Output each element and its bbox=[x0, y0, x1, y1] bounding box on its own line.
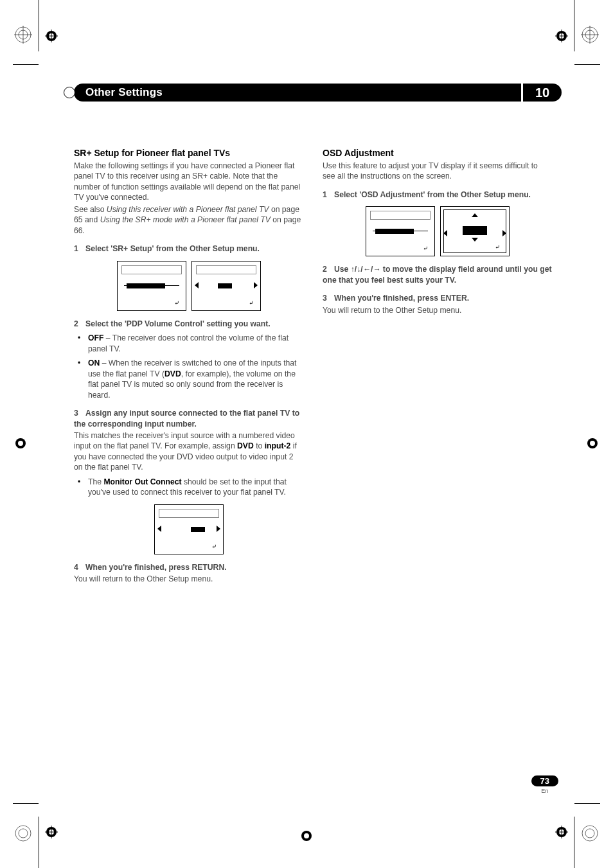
diagram-row: ⤶ ⤶ bbox=[323, 206, 552, 256]
list-item: The Monitor Out Connect should be set to… bbox=[87, 477, 303, 498]
note-list: The Monitor Out Connect should be set to… bbox=[74, 477, 303, 498]
inline-bold: DVD bbox=[164, 369, 181, 378]
inline-bold: Monitor Out Connect bbox=[103, 477, 181, 486]
registration-mark-icon bbox=[581, 26, 599, 44]
page-number-badge: 73 En bbox=[531, 775, 558, 794]
option-label-off: OFF bbox=[88, 333, 103, 342]
step-number: 1 bbox=[74, 244, 85, 254]
step-2: 2Use ↑/↓/←/→ to move the display field a… bbox=[323, 264, 552, 285]
svg-point-21 bbox=[304, 833, 309, 838]
arrow-keys-icon: ↑/↓/←/→ bbox=[351, 265, 381, 274]
list-item: OFF – The receiver does not control the … bbox=[87, 333, 303, 354]
registration-mark-icon bbox=[581, 824, 599, 842]
step-2: 2Select the 'PDP Volume Control' setting… bbox=[74, 319, 303, 329]
crop-line bbox=[39, 0, 39, 51]
option-list: OFF – The receiver does not control the … bbox=[74, 333, 303, 400]
screen-diagram: ⤶ bbox=[117, 261, 186, 311]
crop-mark-icon bbox=[14, 437, 27, 450]
crop-line bbox=[574, 803, 600, 804]
step-text: Use bbox=[334, 265, 351, 274]
crop-mark-icon bbox=[45, 30, 58, 42]
screen-diagram: ⤶ bbox=[154, 504, 224, 554]
step-3: 3Assign any input source connected to th… bbox=[74, 408, 303, 429]
list-item: ON – When the receiver is switched to on… bbox=[87, 358, 303, 400]
crop-line bbox=[13, 803, 39, 804]
screen-diagram: ⤶ bbox=[366, 206, 435, 256]
diagram-row: ⤶ ⤶ bbox=[74, 261, 303, 311]
crop-mark-icon bbox=[45, 826, 58, 838]
step-text: Select the 'PDP Volume Control' setting … bbox=[85, 319, 271, 328]
step-1: 1Select 'SR+ Setup' from the Other Setup… bbox=[74, 244, 303, 254]
registration-mark-icon bbox=[14, 824, 32, 842]
step-number: 2 bbox=[74, 319, 85, 329]
section-heading-sr-setup: SR+ Setup for Pioneer flat panel TVs bbox=[74, 148, 303, 158]
crop-line bbox=[39, 817, 39, 868]
step-4: 4When you're finished, press RETURN. bbox=[74, 562, 303, 572]
svg-point-30 bbox=[15, 826, 31, 841]
crop-line bbox=[574, 0, 574, 51]
step-number: 2 bbox=[323, 264, 334, 274]
diagram-row: ⤶ bbox=[74, 504, 303, 554]
intro-paragraph: Use this feature to adjust your TV displ… bbox=[323, 161, 552, 182]
text: See also bbox=[74, 205, 107, 214]
step-number: 1 bbox=[323, 190, 334, 200]
page-number: 73 bbox=[531, 775, 558, 786]
option-text: – The receiver does not control the volu… bbox=[88, 333, 289, 353]
screen-diagram: ⤶ bbox=[191, 261, 261, 311]
content-body: SR+ Setup for Pioneer flat panel TVs Mak… bbox=[74, 148, 553, 585]
step-text: When you're finished, press RETURN. bbox=[85, 563, 227, 572]
step-text: Assign any input source connected to the… bbox=[74, 409, 299, 428]
right-column: OSD Adjustment Use this feature to adjus… bbox=[323, 148, 552, 585]
text: to bbox=[254, 441, 265, 450]
chapter-header: Other Settings 10 bbox=[74, 84, 562, 102]
return-icon: ⤶ bbox=[249, 299, 254, 306]
chapter-title-bar: Other Settings bbox=[74, 84, 521, 102]
crop-line bbox=[574, 64, 600, 65]
left-column: SR+ Setup for Pioneer flat panel TVs Mak… bbox=[74, 148, 303, 585]
see-also-paragraph: See also Using this receiver with a Pion… bbox=[74, 204, 303, 236]
step-text: Select 'OSD Adjustment' from the Other S… bbox=[334, 190, 531, 199]
step-number: 3 bbox=[323, 293, 334, 303]
option-label-on: ON bbox=[88, 359, 100, 368]
chapter-number-badge: 10 bbox=[523, 84, 562, 102]
step-1: 1Select 'OSD Adjustment' from the Other … bbox=[323, 190, 552, 200]
crop-mark-icon bbox=[555, 30, 568, 42]
crop-line bbox=[13, 64, 39, 65]
return-icon: ⤶ bbox=[423, 245, 428, 252]
svg-point-17 bbox=[18, 441, 23, 446]
crop-mark-icon bbox=[555, 826, 568, 838]
svg-point-31 bbox=[19, 829, 28, 838]
step-number: 4 bbox=[74, 562, 85, 572]
chapter-title: Other Settings bbox=[85, 86, 163, 99]
crop-mark-icon bbox=[586, 437, 599, 450]
intro-paragraph: Make the following settings if you have … bbox=[74, 161, 303, 203]
return-icon: ⤶ bbox=[211, 543, 217, 550]
inline-bold: input-2 bbox=[265, 441, 291, 450]
return-icon: ⤶ bbox=[495, 244, 500, 251]
text: The bbox=[88, 477, 103, 486]
step-text: Select 'SR+ Setup' from the Other Setup … bbox=[85, 244, 260, 253]
cross-reference: Using the SR+ mode with a Pioneer flat p… bbox=[100, 215, 271, 224]
step-text: When you're finished, press ENTER. bbox=[334, 294, 469, 303]
page-language: En bbox=[531, 788, 558, 794]
svg-point-33 bbox=[585, 829, 594, 838]
cross-reference: Using this receiver with a Pioneer flat … bbox=[107, 205, 269, 214]
crop-mark-icon bbox=[300, 829, 313, 842]
crop-line bbox=[574, 817, 574, 868]
paragraph: You will return to the Other Setup menu. bbox=[323, 305, 552, 315]
return-icon: ⤶ bbox=[174, 299, 179, 306]
registration-mark-icon bbox=[14, 26, 32, 44]
chapter-number: 10 bbox=[535, 85, 549, 100]
step-number: 3 bbox=[74, 408, 85, 418]
paragraph: This matches the receiver's input source… bbox=[74, 430, 303, 473]
step-3: 3When you're finished, press ENTER. bbox=[323, 293, 552, 303]
paragraph: You will return to the Other Setup menu. bbox=[74, 574, 303, 584]
section-heading-osd: OSD Adjustment bbox=[323, 148, 552, 158]
svg-point-19 bbox=[590, 441, 595, 446]
screen-diagram: ⤶ bbox=[440, 206, 510, 256]
page: Other Settings 10 SR+ Setup for Pioneer … bbox=[0, 0, 613, 868]
svg-point-32 bbox=[582, 826, 598, 841]
inline-bold: DVD bbox=[237, 441, 254, 450]
